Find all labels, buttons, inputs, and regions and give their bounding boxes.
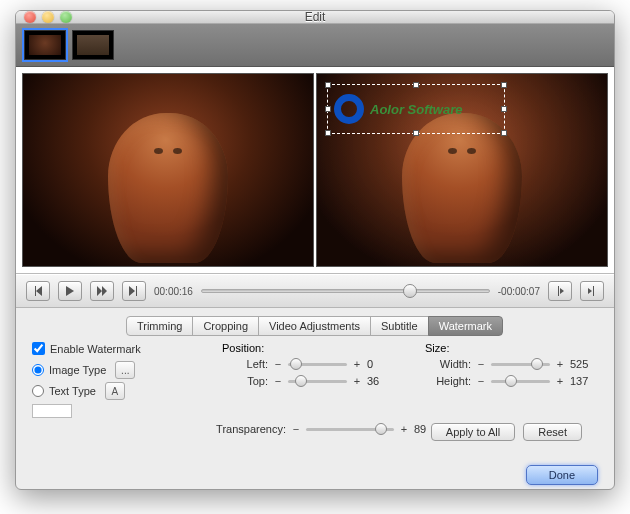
current-time: 00:00:16 <box>154 286 193 297</box>
done-button[interactable]: Done <box>526 465 598 485</box>
text-type-radio[interactable] <box>32 385 44 397</box>
minus-icon[interactable]: − <box>272 358 284 370</box>
mark-out-button[interactable] <box>580 281 604 301</box>
tab-watermark[interactable]: Watermark <box>428 316 503 336</box>
width-slider[interactable] <box>491 357 550 371</box>
watermark-logo-icon <box>334 94 364 124</box>
plus-icon[interactable]: + <box>398 423 410 435</box>
width-value: 525 <box>570 358 598 370</box>
plus-icon[interactable]: + <box>351 375 363 387</box>
color-swatch[interactable] <box>32 404 72 418</box>
mark-in-button[interactable] <box>548 281 572 301</box>
reset-button[interactable]: Reset <box>523 423 582 441</box>
top-slider[interactable] <box>288 374 347 388</box>
tab-bar: Trimming Cropping Video Adjustments Subt… <box>16 316 614 336</box>
tab-video-adjustments[interactable]: Video Adjustments <box>258 316 371 336</box>
plus-icon[interactable]: + <box>554 358 566 370</box>
size-label: Size: <box>425 342 598 354</box>
prev-button[interactable] <box>26 281 50 301</box>
top-value: 36 <box>367 375 395 387</box>
thumbnail-bar <box>16 24 614 67</box>
preview-original <box>22 73 314 267</box>
minus-icon[interactable]: − <box>272 375 284 387</box>
height-value: 137 <box>570 375 598 387</box>
clip-thumbnail[interactable] <box>72 30 114 60</box>
image-type-radio[interactable] <box>32 364 44 376</box>
window-title: Edit <box>16 10 614 24</box>
next-button[interactable] <box>122 281 146 301</box>
fast-forward-button[interactable] <box>90 281 114 301</box>
tab-subtitle[interactable]: Subtitle <box>370 316 429 336</box>
preview-result[interactable]: Aolor Software <box>316 73 608 267</box>
height-slider[interactable] <box>491 374 550 388</box>
text-type-label: Text Type <box>49 385 96 397</box>
browse-image-button[interactable]: ... <box>115 361 135 379</box>
minus-icon[interactable]: − <box>475 358 487 370</box>
edit-window: Edit Aolor Software 00:00:16 -00:00:07 <box>15 10 615 490</box>
clip-thumbnail[interactable] <box>24 30 66 60</box>
left-slider[interactable] <box>288 357 347 371</box>
tab-trimming[interactable]: Trimming <box>126 316 193 336</box>
transparency-slider[interactable] <box>306 422 394 436</box>
plus-icon[interactable]: + <box>351 358 363 370</box>
minus-icon[interactable]: − <box>475 375 487 387</box>
position-label: Position: <box>222 342 395 354</box>
play-button[interactable] <box>58 281 82 301</box>
image-type-label: Image Type <box>49 364 106 376</box>
text-style-button[interactable]: A <box>105 382 125 400</box>
enable-watermark-checkbox[interactable]: Enable Watermark <box>32 342 192 355</box>
minus-icon[interactable]: − <box>290 423 302 435</box>
remaining-time: -00:00:07 <box>498 286 540 297</box>
watermark-bounds[interactable]: Aolor Software <box>327 84 505 134</box>
tab-cropping[interactable]: Cropping <box>192 316 259 336</box>
titlebar: Edit <box>16 11 614 24</box>
seek-slider[interactable] <box>201 284 490 298</box>
watermark-logo-text: Aolor Software <box>370 102 462 117</box>
left-value: 0 <box>367 358 395 370</box>
apply-to-all-button[interactable]: Apply to All <box>431 423 515 441</box>
plus-icon[interactable]: + <box>554 375 566 387</box>
